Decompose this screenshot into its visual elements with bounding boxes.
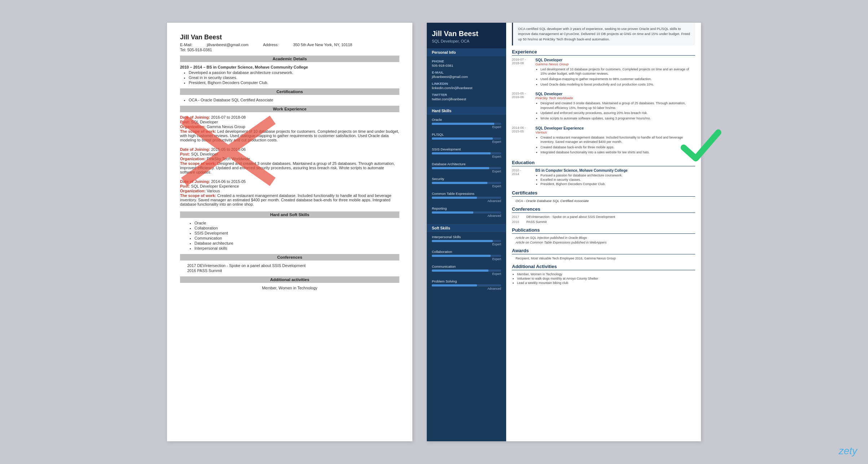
right-title: SQL Developer, OCA bbox=[432, 39, 501, 43]
conf-entry-1: 2017 DEVintersection - Spoke on a panel … bbox=[187, 263, 399, 268]
phone-value: 505-918-0381 bbox=[432, 64, 501, 67]
exp-bullets-2: Designed and created 3 onsite databases.… bbox=[540, 101, 695, 121]
cert-header: Certifications bbox=[180, 88, 399, 95]
edu-degree: BS in Computer Science, Mohave Community… bbox=[535, 168, 628, 172]
exp-company-2: PinkSky Tech Worldwide bbox=[535, 96, 695, 100]
phone-label: Phone bbox=[432, 59, 501, 63]
edu-bullet: Great in in security classes. bbox=[189, 75, 399, 80]
conf-entry-2: 2016 PASS Summit bbox=[512, 220, 695, 224]
work-date: Date of Joining: 2015-05 to 2016-06 bbox=[180, 147, 399, 152]
skill-item: Communication bbox=[194, 236, 399, 240]
skills-list: Oracle Collaboration SSIS Development Co… bbox=[194, 221, 399, 250]
twitter-value: twitter.com/jillvanbeest bbox=[432, 97, 501, 101]
academic-header: Academic Details bbox=[180, 56, 399, 62]
twitter-label: Twitter bbox=[432, 93, 501, 97]
exp-bullet: Used dialogue-mapping to gather requirem… bbox=[540, 77, 695, 82]
linkedin-value: linkedin.com/in/jillvanbeest bbox=[432, 86, 501, 90]
work-scope: The scope of work: Designed and created … bbox=[180, 161, 399, 174]
work-scope: The scope of work: Led development of 10… bbox=[180, 129, 399, 142]
exp-date-3: 2014-06 -2015-05 bbox=[512, 126, 532, 156]
edu-bullets: Developed a passion for database archite… bbox=[189, 70, 399, 85]
pub-1: Article on SQL injection published in Or… bbox=[516, 236, 695, 240]
add-header: Additional activities bbox=[180, 276, 399, 283]
left-resume: Jill Van Beest E-Mail: jillvanbeest@gmai… bbox=[167, 23, 412, 441]
skill-item: Database architecture bbox=[194, 241, 399, 245]
work-date: Date of Joining: 2016-07 to 2018-08 bbox=[180, 115, 399, 119]
conf-entry-1: 2017 DEVintersection - Spoke on a panel … bbox=[512, 215, 695, 219]
soft-problem: Problem Solving Advanced bbox=[432, 279, 501, 290]
work-post: Post: SQL Developer Experience bbox=[180, 184, 399, 188]
exp-bullet: Created database back-ends for three mob… bbox=[540, 145, 695, 150]
exp-title-1: SQL Developer bbox=[535, 58, 695, 62]
brand-logo: zety bbox=[839, 445, 857, 457]
edu-bullets: Pursued a passion for database architect… bbox=[540, 174, 628, 186]
exp-date-2: 2015-05 -2016-06 bbox=[512, 92, 532, 121]
sidebar-contact: Phone 505-918-0381 E-mail jillvanbeest@g… bbox=[427, 56, 506, 107]
conf-entry-2: 2016 PASS Summit bbox=[187, 268, 399, 273]
exp-bullet: Used Oracle data modeling to boost produ… bbox=[540, 82, 695, 87]
skill-reporting: Reporting Advanced bbox=[432, 206, 501, 218]
conf-section-title: Conferences bbox=[512, 206, 695, 213]
skill-item: Collaboration bbox=[194, 226, 399, 230]
exp-entry-1: 2016-07 -2018-08 SQL Developer Gamma Nex… bbox=[512, 58, 695, 87]
skill-oracle: Oracle Expert bbox=[432, 118, 501, 129]
work-date: Date of Joining: 2014-06 to 2015-05 bbox=[180, 179, 399, 184]
exp-bullet: Wrote scripts to automate software updat… bbox=[540, 116, 695, 121]
edu-bullet: Excelled in security classes. bbox=[540, 178, 628, 181]
work-header: Work Experience bbox=[180, 106, 399, 112]
left-header: Jill Van Beest E-Mail: jillvanbeest@gmai… bbox=[180, 34, 399, 52]
soft-collab: Collaboration Expert bbox=[432, 250, 501, 261]
work-org: Organization: Gamma Nexus Group bbox=[180, 124, 399, 129]
exp-company-1: Gamma Nexus Group bbox=[535, 62, 695, 66]
summary-box: OCA certified SQL developer with 3 years… bbox=[512, 23, 695, 45]
edu-date: 2010 -2014 bbox=[512, 168, 532, 187]
exp-bullets-3: Created a restaurant management database… bbox=[540, 135, 695, 155]
additional-list: Member, Women in Technology Volunteer to… bbox=[512, 272, 695, 285]
skill-security: Security Expert bbox=[432, 177, 501, 188]
skill-item: SSIS Development bbox=[194, 231, 399, 235]
exp-bullets-1: Led development of 10 database projects … bbox=[540, 67, 695, 87]
additional-section-title: Additional Activities bbox=[512, 264, 695, 270]
sidebar: Jill Van Beest SQL Developer, OCA Person… bbox=[427, 23, 506, 441]
edu-right-entry: 2010 -2014 BS in Computer Science, Mohav… bbox=[512, 168, 695, 187]
twitter-item: Twitter twitter.com/jillvanbeest bbox=[432, 93, 501, 101]
work-entry-1: Date of Joining: 2016-07 to 2018-08 Post… bbox=[180, 115, 399, 142]
edu-bullet: Developed a passion for database archite… bbox=[189, 70, 399, 75]
edu-bullet: President, Bighorn Decoders Computer Clu… bbox=[540, 182, 628, 186]
address-value: 350 5th Ave New York, NY, 10118 bbox=[293, 43, 352, 47]
skill-dbarch: Database Architecture Expert bbox=[432, 162, 501, 173]
add-item: Lead a weekly mountain biking club bbox=[517, 281, 695, 285]
skills-header: Hard and Soft Skills bbox=[180, 211, 399, 218]
exp-entry-2: 2015-05 -2016-06 SQL Developer PinkSky T… bbox=[512, 92, 695, 121]
conf-header: Conferences bbox=[180, 254, 399, 261]
email-value: jillvanbeest@gmail.com bbox=[432, 75, 501, 79]
personal-info-title: Personal Info bbox=[427, 48, 506, 56]
main-content: OCA certified SQL developer with 3 years… bbox=[506, 23, 701, 441]
work-scope: The scope of work: Created a restaurant … bbox=[180, 193, 399, 206]
skill-plsql: PL/SQL Expert bbox=[432, 132, 501, 144]
edu-section-title: Education bbox=[512, 160, 695, 166]
work-entry-3: Date of Joining: 2014-06 to 2015-05 Post… bbox=[180, 179, 399, 206]
exp-bullet: Integrated database functionality into a… bbox=[540, 150, 695, 155]
edu-degree: 2010 – 2014 – BS in Computer Science, Mo… bbox=[180, 65, 399, 69]
linkedin-item: LinkedIn linkedin.com/in/jillvanbeest bbox=[432, 82, 501, 90]
left-body: Academic Details 2010 – 2014 – BS in Com… bbox=[180, 56, 399, 290]
work-org: Organization: Various bbox=[180, 189, 399, 193]
email-label: E-Mail: bbox=[180, 43, 192, 47]
exp-bullet: Led development of 10 database projects … bbox=[540, 67, 695, 76]
skill-item: Interpersonal skills bbox=[194, 246, 399, 250]
cert-right: OCA - Oracle Database SQL Certified Asso… bbox=[516, 199, 695, 203]
sidebar-header: Jill Van Beest SQL Developer, OCA bbox=[427, 23, 506, 48]
soft-skills-title: Soft Skills bbox=[427, 224, 506, 232]
exp-bullet: Updated and enforced security procedures… bbox=[540, 111, 695, 115]
exp-date-1: 2016-07 -2018-08 bbox=[512, 58, 532, 87]
email-label: E-mail bbox=[432, 70, 501, 74]
phone-item: Phone 505-918-0381 bbox=[432, 59, 501, 67]
add-entry: Member, Women in Technology bbox=[180, 286, 399, 290]
edu-entry: 2010 – 2014 – BS in Computer Science, Mo… bbox=[180, 65, 399, 85]
work-post: Post: SQL Developer bbox=[180, 120, 399, 124]
linkedin-label: LinkedIn bbox=[432, 82, 501, 86]
email-value: jillvanbeest@gmail.com bbox=[207, 43, 249, 47]
exp-company-3: Various bbox=[535, 130, 695, 134]
hard-skills-title: Hard Skills bbox=[427, 107, 506, 115]
